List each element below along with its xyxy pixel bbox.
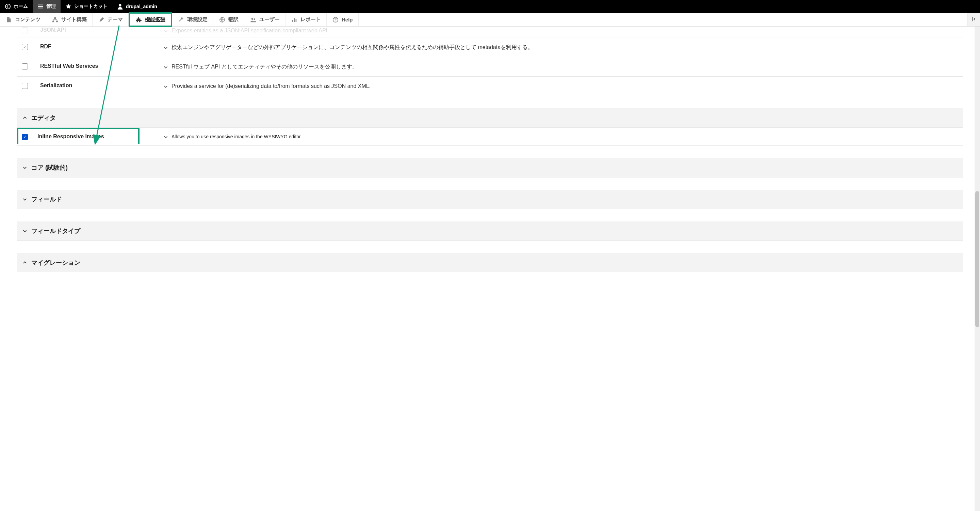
module-name: RESTful Web Services [40, 63, 163, 69]
paintbrush-icon [98, 16, 105, 23]
module-name: JSON:API [40, 27, 163, 33]
toolbar-user-label: drupal_admin [126, 4, 157, 9]
chevron-up-icon [22, 260, 28, 266]
chevron-down-icon[interactable] [163, 28, 169, 34]
module-row-restful: RESTful Web Services RESTful ウェブ API として… [17, 57, 963, 77]
group-title: マイグレーション [31, 259, 80, 267]
toolbar-manage[interactable]: 管理 [33, 0, 60, 13]
admin-menu-config[interactable]: 環境設定 [172, 13, 213, 26]
svg-rect-13 [296, 19, 297, 22]
wrench-icon [178, 16, 185, 23]
svg-rect-1 [38, 5, 43, 5]
admin-menu-people-label: ユーザー [259, 16, 280, 23]
svg-point-9 [251, 18, 253, 19]
module-row-inline-responsive-images-full: Allows you to use responsive images in t… [17, 128, 963, 146]
checkbox[interactable] [22, 83, 28, 89]
admin-menu: コンテンツ サイト構築 テーマ 機能拡張 環境設定 翻訳 ユーザー レポート H… [0, 13, 980, 27]
chevron-down-icon [22, 164, 28, 171]
admin-menu-appearance-label: テーマ [108, 16, 123, 23]
question-icon [332, 16, 339, 23]
toolbar-home-label: ホーム [14, 3, 28, 10]
checkbox[interactable]: ✓ [22, 44, 28, 50]
chevron-down-icon[interactable] [163, 45, 169, 51]
svg-rect-3 [38, 8, 43, 8]
group-header-field-type[interactable]: フィールドタイプ [17, 222, 963, 241]
admin-menu-content-label: コンテンツ [15, 16, 40, 23]
module-name: Serialization [40, 82, 163, 89]
toolbar-user[interactable]: drupal_admin [112, 0, 162, 13]
checkbox[interactable] [22, 27, 28, 34]
module-row-serialization: Serialization Provides a service for (de… [17, 77, 963, 96]
group-header-migration[interactable]: マイグレーション [17, 253, 963, 272]
module-desc: Exposes entities as a JSON:API specifica… [172, 27, 329, 35]
people-icon [250, 16, 256, 23]
scrollbar-thumb[interactable] [975, 191, 979, 293]
admin-menu-collapse[interactable] [967, 13, 980, 26]
chevron-down-icon [22, 196, 28, 202]
back-arrow-icon [5, 3, 11, 10]
module-desc: RESTful ウェブ API としてエンティティやその他のリソースを公開します… [172, 63, 358, 71]
admin-menu-structure[interactable]: サイト構築 [46, 13, 92, 26]
chevron-down-icon[interactable] [163, 134, 169, 140]
svg-rect-2 [38, 6, 43, 7]
group-header-core-experimental[interactable]: コア (試験的) [17, 158, 963, 177]
module-row-rdf: ✓ RDF 検索エンジンやアグリゲーターなどの外部アプリケーションに、コンテンツ… [17, 38, 963, 57]
toolbar-home[interactable]: ホーム [0, 0, 33, 13]
svg-rect-12 [294, 18, 295, 22]
chevron-down-icon[interactable] [163, 64, 169, 70]
content-area: JSON:API Exposes entities as a JSON:API … [0, 27, 980, 293]
svg-rect-7 [56, 21, 58, 22]
svg-rect-11 [292, 20, 293, 22]
module-row-jsonapi: JSON:API Exposes entities as a JSON:API … [17, 27, 963, 38]
collapse-icon [971, 16, 977, 23]
group-title: フィールドタイプ [31, 227, 80, 235]
group-title: フィールド [31, 195, 62, 203]
admin-menu-translate-label: 翻訳 [228, 16, 239, 23]
module-desc: 検索エンジンやアグリゲーターなどの外部アプリケーションに、コンテンツの相互関係や… [172, 43, 533, 51]
admin-menu-translate[interactable]: 翻訳 [213, 13, 244, 26]
svg-point-4 [119, 4, 121, 6]
puzzle-icon [135, 16, 142, 23]
admin-menu-structure-label: サイト構築 [61, 16, 87, 23]
user-icon [117, 3, 123, 10]
star-icon [65, 3, 72, 10]
group-title: エディタ [31, 114, 56, 122]
group-header-editor[interactable]: エディタ [17, 109, 963, 128]
scrollbar[interactable] [975, 27, 980, 293]
admin-menu-content[interactable]: コンテンツ [0, 13, 46, 26]
admin-menu-config-label: 環境設定 [187, 16, 208, 23]
globe-icon [219, 16, 226, 23]
toolbar-shortcuts-label: ショートカット [74, 3, 108, 10]
admin-menu-help[interactable]: Help [327, 13, 359, 26]
admin-menu-appearance[interactable]: テーマ [92, 13, 129, 26]
svg-rect-6 [52, 21, 54, 22]
chevron-up-icon [22, 115, 28, 121]
chevron-down-icon[interactable] [163, 83, 169, 89]
module-desc: Allows you to use responsive images in t… [172, 134, 302, 140]
admin-menu-help-label: Help [342, 17, 353, 22]
svg-point-0 [5, 4, 10, 9]
group-header-field[interactable]: フィールド [17, 190, 963, 209]
hierarchy-icon [52, 16, 59, 23]
group-title: コア (試験的) [31, 163, 68, 172]
toolbar-shortcuts[interactable]: ショートカット [60, 0, 112, 13]
svg-rect-5 [54, 17, 56, 19]
toolbar-manage-label: 管理 [46, 3, 56, 10]
module-desc: Provides a service for (de)serializing d… [172, 82, 371, 90]
hamburger-icon [37, 3, 43, 10]
checkbox[interactable] [22, 63, 28, 70]
admin-menu-people[interactable]: ユーザー [244, 13, 285, 26]
chevron-down-icon [22, 228, 28, 234]
bar-chart-icon [291, 16, 298, 23]
admin-menu-reports-label: レポート [301, 16, 321, 23]
svg-point-10 [253, 18, 255, 20]
admin-menu-extend[interactable]: 機能拡張 [129, 12, 172, 27]
module-name: RDF [40, 43, 163, 50]
file-icon [5, 16, 12, 23]
toolbar-top: ホーム 管理 ショートカット drupal_admin [0, 0, 980, 13]
admin-menu-reports[interactable]: レポート [285, 13, 327, 26]
admin-menu-extend-label: 機能拡張 [145, 16, 165, 23]
